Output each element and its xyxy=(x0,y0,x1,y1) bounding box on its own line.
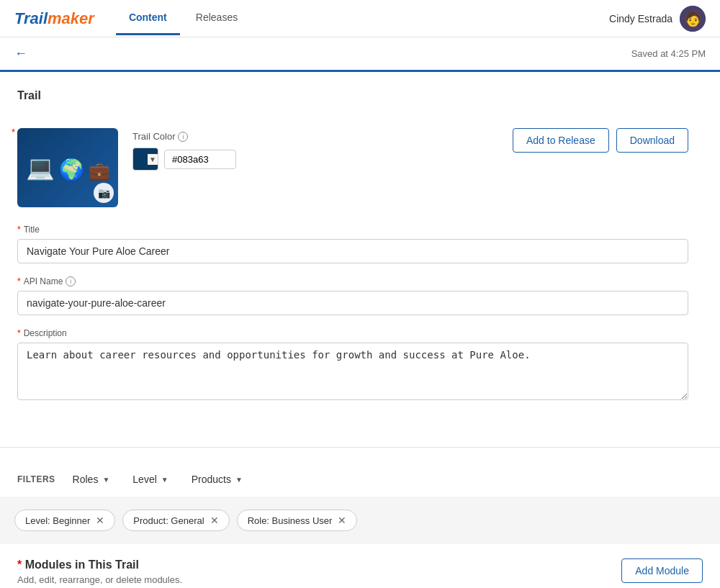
level-filter-label: Level xyxy=(132,474,156,485)
nav-tab-content[interactable]: Content xyxy=(116,1,180,35)
subheader: ← Saved at 4:25 PM xyxy=(0,37,720,72)
modules-section: * Modules in This Trail Add, edit, rearr… xyxy=(0,544,720,588)
trail-illustration: 💻 🌍 💼 xyxy=(26,154,110,181)
roles-filter-button[interactable]: Roles ▼ xyxy=(67,471,116,488)
level-chevron-icon: ▼ xyxy=(161,476,168,484)
description-field-group: * Description Learn about career resourc… xyxy=(17,328,688,402)
chip-role-label: Role: Business User xyxy=(248,515,333,526)
chip-level: Level: Beginner ✕ xyxy=(14,510,115,531)
description-label: * Description xyxy=(17,328,688,338)
add-to-release-button[interactable]: Add to Release xyxy=(513,128,609,153)
trail-color-info-icon[interactable]: i xyxy=(178,132,188,142)
avatar-image: 🧑 xyxy=(680,6,706,32)
filters-row: FILTERS Roles ▼ Level ▼ Products ▼ xyxy=(0,462,720,497)
trail-left: Trail xyxy=(17,89,41,114)
description-textarea[interactable]: Learn about career resources and opportu… xyxy=(17,343,688,400)
action-buttons: Add to Release Download xyxy=(513,128,688,153)
trail-color-section: Trail Color i ▼ #083a63 xyxy=(132,131,236,171)
chip-product-close[interactable]: ✕ xyxy=(210,515,219,526)
roles-filter-label: Roles xyxy=(73,474,99,485)
level-filter-button[interactable]: Level ▼ xyxy=(127,471,174,488)
color-input-group: ▼ #083a63 xyxy=(132,148,236,171)
api-name-label: * API Name i xyxy=(17,276,688,286)
saved-status: Saved at 4:25 PM xyxy=(631,48,706,59)
modules-title-group: * Modules in This Trail Add, edit, rearr… xyxy=(17,558,182,585)
modules-subtitle: Add, edit, rearrange, or delete modules. xyxy=(17,574,182,585)
chip-role: Role: Business User ✕ xyxy=(237,510,358,531)
modules-header: * Modules in This Trail Add, edit, rearr… xyxy=(17,558,703,585)
required-star: * xyxy=(12,127,15,137)
chip-product-label: Product: General xyxy=(133,515,204,526)
modules-title: * Modules in This Trail xyxy=(17,558,182,571)
nav-tab-releases[interactable]: Releases xyxy=(183,1,251,35)
trail-color-label: Trail Color i xyxy=(132,131,236,142)
filter-chips-area: Level: Beginner ✕ Product: General ✕ Rol… xyxy=(0,497,720,544)
add-module-button[interactable]: Add Module xyxy=(621,558,703,583)
color-swatch-inner xyxy=(133,152,146,166)
title-field-group: * Title xyxy=(17,225,688,263)
color-dropdown-arrow: ▼ xyxy=(148,154,158,165)
avatar: 🧑 xyxy=(680,6,706,32)
trail-image-wrapper: * 💻 🌍 💼 📷 xyxy=(17,128,118,207)
header-right: Cindy Estrada 🧑 xyxy=(609,6,706,32)
api-name-info-icon[interactable]: i xyxy=(66,276,76,286)
chip-role-close[interactable]: ✕ xyxy=(338,515,346,526)
back-button[interactable]: ← xyxy=(14,46,27,61)
filters-label: FILTERS xyxy=(17,474,55,484)
logo: Trailmaker xyxy=(14,9,94,28)
color-hex-input[interactable]: #083a63 xyxy=(164,150,236,169)
products-filter-label: Products xyxy=(192,474,231,485)
api-name-input[interactable] xyxy=(17,291,688,315)
roles-chevron-icon: ▼ xyxy=(102,476,109,484)
products-chevron-icon: ▼ xyxy=(235,476,243,484)
header: Trailmaker Content Releases Cindy Estrad… xyxy=(0,0,720,37)
download-button[interactable]: Download xyxy=(616,128,688,153)
products-filter-button[interactable]: Products ▼ xyxy=(186,471,248,488)
user-name: Cindy Estrada xyxy=(609,13,672,24)
camera-button[interactable]: 📷 xyxy=(94,183,114,203)
chip-level-close[interactable]: ✕ xyxy=(96,515,104,526)
chip-product: Product: General ✕ xyxy=(122,510,229,531)
section-title: Trail xyxy=(17,89,41,102)
title-label: * Title xyxy=(17,225,688,235)
chip-level-label: Level: Beginner xyxy=(25,515,90,526)
divider xyxy=(0,447,720,448)
color-swatch[interactable]: ▼ xyxy=(132,148,158,171)
main-content: Trail * 💻 🌍 💼 📷 Trail Color xyxy=(0,72,706,433)
title-input[interactable] xyxy=(17,239,688,263)
trail-section: Trail xyxy=(17,89,688,114)
header-left: Trailmaker Content Releases xyxy=(14,1,251,35)
api-name-field-group: * API Name i xyxy=(17,276,688,315)
nav-tabs: Content Releases xyxy=(116,1,251,35)
